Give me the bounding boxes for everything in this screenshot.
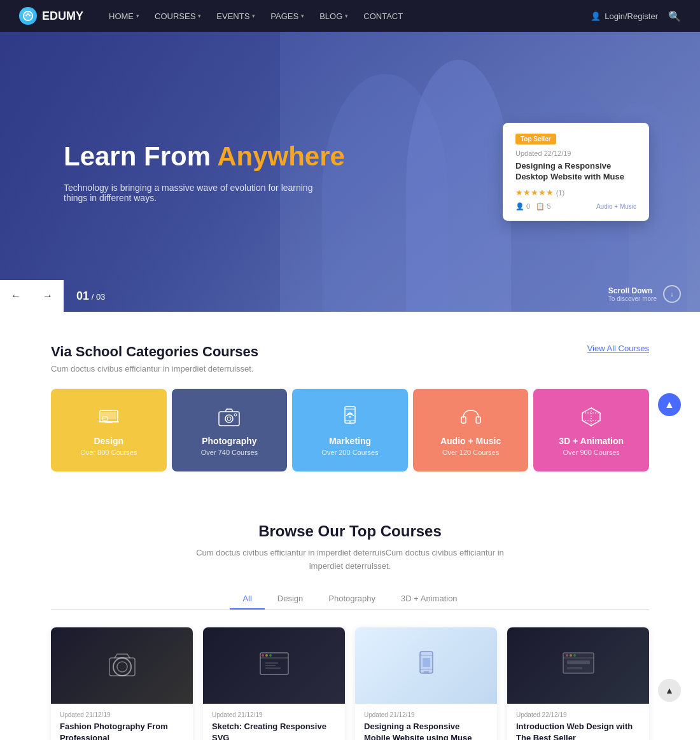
categories-header: Via School Categories Courses View All C… <box>51 344 649 360</box>
hero-course-card[interactable]: Top Seller Updated 22/12/19 Designing a … <box>503 123 649 221</box>
course-updated-3: Updated 21/12/19 <box>364 711 488 718</box>
view-all-courses-link[interactable]: View All Courses <box>587 344 649 353</box>
categories-section: Via School Categories Courses View All C… <box>0 312 700 497</box>
logo[interactable]: EDUMY <box>19 7 83 25</box>
course-card-3[interactable]: Updated 21/12/19 Designing a Responsive … <box>355 627 497 740</box>
brand-name: EDUMY <box>42 10 83 23</box>
svg-point-21 <box>113 658 131 676</box>
chevron-down-icon: ▾ <box>301 13 304 19</box>
course-updated-2: Updated 21/12/19 <box>212 711 336 718</box>
hero-title: Learn From Anywhere <box>64 141 345 172</box>
prev-slide-button[interactable]: ← <box>0 280 32 312</box>
headphone-icon <box>458 404 484 429</box>
svg-rect-42 <box>567 660 590 664</box>
svg-rect-4 <box>105 422 113 423</box>
nav-item-courses[interactable]: COURSES ▾ <box>148 0 207 32</box>
course-updated-4: Updated 22/12/19 <box>516 711 640 718</box>
category-card-animation[interactable]: 3D + Animation Over 900 Courses <box>533 389 649 471</box>
category-name-animation: 3D + Animation <box>559 436 624 446</box>
svg-rect-24 <box>260 653 288 674</box>
svg-point-8 <box>227 417 231 421</box>
hero-card-students: 👤 0 📋 5 <box>515 202 551 211</box>
category-card-photography[interactable]: Photography Over 740 Courses <box>172 389 288 471</box>
laptop-icon <box>96 404 122 429</box>
category-count-photography: Over 740 Courses <box>201 449 258 456</box>
hero-content: Learn From Anywhere Technology is bringi… <box>64 141 345 203</box>
logo-icon <box>19 7 37 25</box>
course-card-1[interactable]: Updated 21/12/19 Fashion Photography Fro… <box>51 627 193 740</box>
login-button[interactable]: 👤 Login/Register <box>591 11 658 21</box>
hero-card-meta: 👤 0 📋 5 Audio + Music <box>515 202 636 211</box>
category-count-marketing: Over 200 Courses <box>321 449 378 456</box>
svg-rect-2 <box>101 412 116 419</box>
scroll-up-button[interactable]: ▲ <box>658 393 681 416</box>
course-card-4[interactable]: Updated 22/12/19 Introduction Web Design… <box>507 627 649 740</box>
course-image-3 <box>355 627 497 704</box>
next-slide-button[interactable]: → <box>32 280 64 312</box>
course-title-1: Fashion Photography From Professional <box>60 721 184 740</box>
svg-point-22 <box>117 662 127 672</box>
category-card-marketing[interactable]: Marketing Over 200 Courses <box>292 389 408 471</box>
category-count-animation: Over 900 Courses <box>563 449 620 456</box>
svg-point-41 <box>573 654 576 657</box>
tab-photography[interactable]: Photography <box>316 589 388 610</box>
tab-design[interactable]: Design <box>265 589 316 610</box>
svg-rect-43 <box>567 667 582 669</box>
search-icon[interactable]: 🔍 <box>668 10 681 22</box>
course-card-2[interactable]: Updated 21/12/19 Sketch: Creating Respon… <box>203 627 345 740</box>
nav-item-blog[interactable]: BLOG ▾ <box>313 0 354 32</box>
course-title-3: Designing a Responsive Mobile Website us… <box>364 721 488 740</box>
tab-3d-animation[interactable]: 3D + Animation <box>388 589 470 610</box>
nav-item-contact[interactable]: CONTACT <box>357 0 409 32</box>
categories-title: Via School Categories Courses <box>51 344 258 360</box>
course-card-body-2: Updated 21/12/19 Sketch: Creating Respon… <box>203 704 345 740</box>
categories-subtitle: Cum doctus civibus efficiantur in imperd… <box>51 364 649 373</box>
svg-point-13 <box>349 422 351 424</box>
svg-point-9 <box>234 414 237 416</box>
navbar-right: 👤 Login/Register 🔍 <box>591 10 681 22</box>
tab-all[interactable]: All <box>230 589 264 610</box>
camera-icon <box>216 404 242 429</box>
hero-card-tag: Audio + Music <box>596 203 636 210</box>
hero-card-stars: ★★★★★ (1) <box>515 188 636 197</box>
chevron-down-icon: ▾ <box>345 13 348 19</box>
chevron-down-icon: ▾ <box>198 13 201 19</box>
hero-section: Learn From Anywhere Technology is bringi… <box>0 32 700 312</box>
category-card-design[interactable]: Design Over 800 Courses <box>51 389 167 471</box>
nav-item-events[interactable]: EVENTS ▾ <box>210 0 262 32</box>
scroll-up-float-button[interactable]: ▲ <box>658 679 681 702</box>
category-count-audio: Over 120 Courses <box>442 449 499 456</box>
course-card-body-1: Updated 21/12/19 Fashion Photography Fro… <box>51 704 193 740</box>
svg-point-0 <box>24 11 32 20</box>
course-image-4 <box>507 627 649 704</box>
user-icon: 👤 <box>591 11 601 21</box>
nav-item-home[interactable]: HOME ▾ <box>102 0 146 32</box>
cube-icon <box>578 404 604 429</box>
navbar: EDUMY HOME ▾ COURSES ▾ EVENTS ▾ PAGES ▾ … <box>0 0 700 32</box>
svg-point-7 <box>225 415 233 422</box>
course-card-body-3: Updated 21/12/19 Designing a Responsive … <box>355 704 497 740</box>
course-card-body-4: Updated 22/12/19 Introduction Web Design… <box>507 704 649 740</box>
hero-card-updated: Updated 22/12/19 <box>515 150 636 157</box>
hero-card-title: Designing a Responsive Desktop Website w… <box>515 161 636 183</box>
course-updated-1: Updated 21/12/19 <box>60 711 184 718</box>
nav-items: HOME ▾ COURSES ▾ EVENTS ▾ PAGES ▾ BLOG ▾… <box>102 0 409 32</box>
navbar-left: EDUMY HOME ▾ COURSES ▾ EVENTS ▾ PAGES ▾ … <box>19 0 409 32</box>
category-card-audio[interactable]: Audio + Music Over 120 Courses <box>413 389 529 471</box>
category-name-marketing: Marketing <box>329 436 371 446</box>
top-seller-badge: Top Seller <box>515 134 556 144</box>
hero-arrows: ← → <box>0 280 64 312</box>
categories-grid: Design Over 800 Courses Photography Over… <box>51 389 649 471</box>
nav-item-pages[interactable]: PAGES ▾ <box>264 0 311 32</box>
course-image-1 <box>51 627 193 704</box>
category-name-design: Design <box>94 436 123 446</box>
course-tabs: All Design Photography 3D + Animation <box>51 589 649 610</box>
chevron-down-icon: ▾ <box>252 13 255 19</box>
top-courses-section: Browse Our Top Courses Cum doctus civibu… <box>0 497 700 740</box>
category-name-photography: Photography <box>202 436 256 446</box>
svg-point-30 <box>265 654 268 657</box>
svg-point-29 <box>262 654 264 657</box>
hero-nav: ← → 01 / 03 Scroll Down To discover more… <box>0 280 700 312</box>
scroll-down: Scroll Down To discover more ↓ <box>608 285 681 303</box>
hero-subtitle: Technology is bringing a massive wave of… <box>64 183 331 203</box>
